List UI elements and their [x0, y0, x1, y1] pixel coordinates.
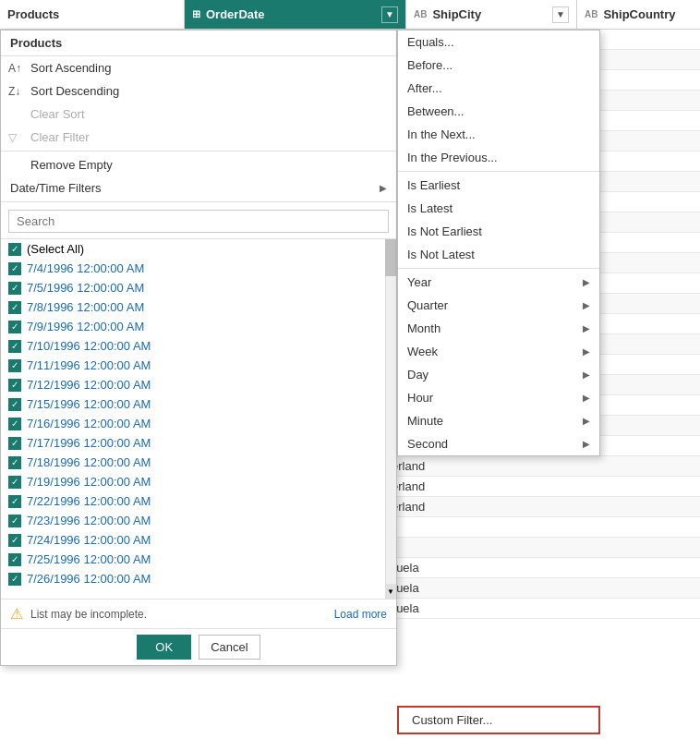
date-checkbox[interactable] [8, 437, 21, 450]
date-checkbox[interactable] [8, 301, 21, 314]
submenu-item[interactable]: Second▶ [398, 432, 599, 455]
submenu-item[interactable]: Hour▶ [398, 386, 599, 409]
date-checkbox[interactable] [8, 379, 21, 392]
sort-ascending-item[interactable]: A↑ Sort Ascending [1, 56, 396, 79]
clear-filter-label: Clear Filter [30, 130, 90, 144]
date-checkbox[interactable] [8, 515, 21, 527]
submenu-item-label: Minute [407, 414, 443, 428]
date-label: 7/16/1996 12:00:00 AM [27, 417, 151, 430]
separator-1 [1, 151, 396, 151]
search-input[interactable] [8, 210, 389, 233]
submenu-item[interactable]: Is Not Earliest [398, 220, 599, 243]
submenu-item[interactable]: After... [398, 77, 599, 100]
sort-desc-icon: Z↓ [8, 85, 20, 98]
submenu-item-label: Day [407, 368, 428, 382]
date-checkbox[interactable] [8, 340, 21, 353]
submenu-panel: Equals...Before...After...Between...In t… [397, 30, 600, 456]
date-label: 7/26/1996 12:00:00 AM [27, 572, 151, 586]
date-item[interactable]: 7/9/1996 12:00:00 AM [1, 317, 396, 336]
submenu-item[interactable]: Day▶ [398, 363, 599, 386]
date-label: 7/19/1996 12:00:00 AM [27, 475, 151, 489]
submenu-item-label: Second [407, 437, 448, 451]
submenu-item[interactable]: Before... [398, 54, 599, 77]
date-item[interactable]: 7/5/1996 12:00:00 AM [1, 278, 396, 297]
date-checkbox[interactable] [8, 495, 21, 508]
select-all-checkbox[interactable] [8, 243, 21, 256]
date-item[interactable]: 7/17/1996 12:00:00 AM [1, 433, 396, 453]
date-item[interactable]: 7/26/1996 12:00:00 AM [1, 569, 396, 588]
scrollbar-track[interactable]: ▲ ▼ [385, 239, 396, 599]
submenu-item[interactable]: Month▶ [398, 317, 599, 340]
date-item[interactable]: 7/19/1996 12:00:00 AM [1, 472, 396, 491]
clear-sort-item[interactable]: Clear Sort [1, 103, 396, 126]
sort-descending-label: Sort Descending [30, 84, 119, 98]
date-checkbox[interactable] [8, 398, 21, 411]
date-checkbox[interactable] [8, 553, 21, 566]
load-more-link[interactable]: Load more [334, 608, 387, 621]
submenu-item[interactable]: In the Previous... [398, 146, 599, 169]
date-checkbox[interactable] [8, 282, 21, 295]
date-item[interactable]: 7/24/1996 12:00:00 AM [1, 530, 396, 550]
filter-icon: ▽ [8, 131, 17, 144]
submenu-item[interactable]: In the Next... [398, 123, 599, 146]
date-checkbox[interactable] [8, 573, 21, 586]
date-checkbox[interactable] [8, 359, 21, 372]
scrollbar-thumb[interactable] [385, 239, 396, 276]
products-label: Products [7, 7, 59, 21]
col-header-orderdate[interactable]: ⊞ OrderDate ▼ [185, 0, 406, 29]
date-item[interactable]: 7/23/1996 12:00:00 AM [1, 511, 396, 530]
date-label: 7/12/1996 12:00:00 AM [27, 378, 151, 392]
orderdate-label: OrderDate [206, 7, 265, 21]
shipcountry-label: ShipCountry [603, 7, 675, 21]
submenu-item-label: In the Next... [407, 127, 476, 141]
date-checkbox[interactable] [8, 456, 21, 469]
checklist[interactable]: (Select All) 7/4/1996 12:00:00 AM7/5/199… [1, 239, 396, 600]
clear-filter-item[interactable]: ▽ Clear Filter [1, 126, 396, 149]
date-label: 7/10/1996 12:00:00 AM [27, 339, 151, 353]
date-label: 7/11/1996 12:00:00 AM [27, 358, 151, 372]
date-item[interactable]: 7/12/1996 12:00:00 AM [1, 375, 396, 394]
submenu-item[interactable]: Year▶ [398, 271, 599, 294]
remove-empty-item[interactable]: Remove Empty [1, 153, 396, 176]
date-item[interactable]: 7/8/1996 12:00:00 AM [1, 297, 396, 317]
cell-country: Switzerland [356, 456, 700, 476]
orderdate-dropdown-arrow[interactable]: ▼ [381, 6, 398, 23]
submenu-item[interactable]: Is Not Latest [398, 243, 599, 266]
date-checkbox[interactable] [8, 418, 21, 430]
date-checkbox[interactable] [8, 321, 21, 333]
date-item[interactable]: 7/16/1996 12:00:00 AM [1, 414, 396, 433]
submenu-item[interactable]: Is Latest [398, 197, 599, 220]
separator-2 [1, 201, 396, 202]
shipcity-label: ShipCity [432, 7, 481, 21]
submenu-item[interactable]: Quarter▶ [398, 294, 599, 317]
submenu-arrow-icon: ▶ [583, 393, 590, 403]
date-item[interactable]: 7/15/1996 12:00:00 AM [1, 394, 396, 414]
submenu-item-label: Quarter [407, 298, 448, 312]
ok-button[interactable]: OK [137, 635, 191, 660]
submenu-item[interactable]: Equals... [398, 30, 599, 54]
date-item[interactable]: 7/11/1996 12:00:00 AM [1, 356, 396, 375]
date-item[interactable]: 7/4/1996 12:00:00 AM [1, 259, 396, 278]
submenu-item[interactable]: Week▶ [398, 340, 599, 363]
shipcity-dropdown-arrow[interactable]: ▼ [552, 6, 569, 23]
cancel-button[interactable]: Cancel [199, 635, 259, 660]
date-checkbox[interactable] [8, 534, 21, 547]
submenu-item[interactable]: Is Earliest [398, 174, 599, 197]
date-item[interactable]: 7/22/1996 12:00:00 AM [1, 491, 396, 511]
scrollbar-down[interactable]: ▼ [385, 584, 396, 599]
submenu-item[interactable]: Between... [398, 100, 599, 123]
datetime-filters-item[interactable]: Date/Time Filters ▶ [1, 176, 396, 200]
date-item[interactable]: 7/10/1996 12:00:00 AM [1, 336, 396, 356]
panel-footer: ⚠ List may be incomplete. Load more [1, 600, 396, 628]
select-all-item[interactable]: (Select All) [1, 239, 396, 259]
date-checkbox[interactable] [8, 262, 21, 275]
date-item[interactable]: 7/25/1996 12:00:00 AM [1, 550, 396, 569]
date-checkbox[interactable] [8, 476, 21, 489]
submenu-item[interactable]: Minute▶ [398, 409, 599, 432]
custom-filter-item[interactable]: Custom Filter... [399, 708, 598, 733]
date-item[interactable]: 7/18/1996 12:00:00 AM [1, 453, 396, 472]
col-header-shipcity[interactable]: AB ShipCity ▼ [406, 0, 577, 29]
submenu-item-label: Is Not Latest [407, 248, 475, 261]
col-header-shipcountry[interactable]: AB ShipCountry [577, 0, 700, 29]
sort-descending-item[interactable]: Z↓ Sort Descending [1, 79, 396, 103]
